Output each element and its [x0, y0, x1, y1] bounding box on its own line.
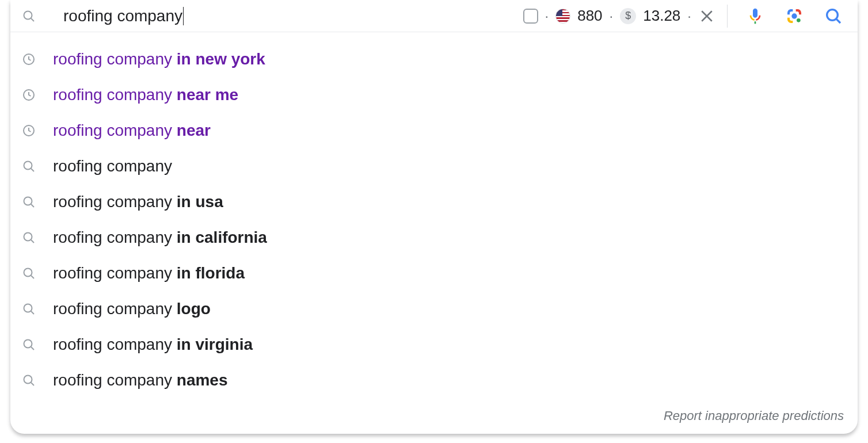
text-cursor [183, 7, 184, 25]
clock-icon [22, 124, 36, 138]
search-icon [22, 9, 36, 23]
divider [727, 5, 728, 28]
separator-dot: · [610, 8, 614, 24]
search-icon [22, 159, 36, 173]
keyword-checkbox[interactable] [523, 9, 538, 24]
suggestion-row[interactable]: roofing company [10, 148, 858, 184]
separator-dot: · [687, 8, 691, 24]
search-icon [22, 231, 36, 245]
search-icon [22, 195, 36, 209]
search-button-icon[interactable] [824, 7, 843, 25]
close-icon[interactable] [698, 7, 715, 25]
suggestion-row[interactable]: roofing company near [10, 113, 858, 148]
report-link[interactable]: Report inappropriate predictions [10, 403, 858, 434]
search-icon [22, 266, 36, 280]
svg-line-12 [31, 169, 34, 171]
suggestion-text: roofing company in virginia [53, 335, 253, 354]
suggestion-text: roofing company near me [53, 86, 238, 104]
svg-point-4 [791, 13, 797, 18]
separator-dot: · [545, 8, 549, 24]
svg-line-16 [31, 240, 34, 243]
microphone-icon[interactable] [746, 7, 764, 25]
us-flag-icon [555, 9, 570, 24]
svg-line-7 [836, 19, 840, 23]
svg-point-6 [827, 9, 838, 20]
dollar-icon: $ [620, 8, 636, 24]
svg-point-13 [24, 197, 32, 205]
suggestion-text: roofing company [53, 157, 172, 175]
suggestion-row[interactable]: roofing company in virginia [10, 327, 858, 362]
suggestion-text: roofing company in usa [53, 193, 223, 211]
svg-point-5 [797, 18, 801, 22]
svg-point-11 [24, 162, 32, 170]
suggestion-row[interactable]: roofing company in california [10, 220, 858, 255]
suggestion-text: roofing company logo [53, 300, 211, 318]
clock-icon [22, 88, 36, 102]
suggestion-row[interactable]: roofing company in new york [10, 41, 858, 77]
svg-line-1 [31, 18, 34, 21]
suggestion-row[interactable]: roofing company logo [10, 291, 858, 327]
svg-line-18 [31, 276, 34, 278]
svg-point-21 [24, 340, 32, 348]
right-controls: · 880 · $ 13.28 · [523, 5, 850, 28]
suggestion-row[interactable]: roofing company names [10, 362, 858, 398]
search-input-text[interactable]: roofing company [63, 7, 182, 25]
suggestion-text: roofing company in california [53, 228, 267, 247]
search-bar: roofing company · 880 · $ 13.28 · [10, 0, 858, 32]
suggestion-row[interactable]: roofing company in florida [10, 255, 858, 291]
suggestion-text: roofing company in new york [53, 50, 265, 68]
suggestions-list: roofing company in new yorkroofing compa… [10, 32, 858, 403]
svg-line-22 [31, 347, 34, 350]
svg-point-17 [24, 269, 32, 277]
search-icon [22, 302, 36, 316]
search-icon [22, 373, 36, 387]
search-input-wrapper[interactable]: roofing company [50, 7, 523, 25]
search-icon [22, 338, 36, 352]
suggestion-row[interactable]: roofing company near me [10, 77, 858, 113]
suggestion-row[interactable]: roofing company in usa [10, 184, 858, 220]
clock-icon [22, 52, 36, 66]
cpc-value: 13.28 [643, 7, 680, 25]
svg-line-24 [31, 383, 34, 385]
search-dropdown: roofing company · 880 · $ 13.28 · [10, 0, 858, 434]
suggestion-text: roofing company near [53, 121, 211, 140]
suggestion-text: roofing company in florida [53, 264, 245, 282]
suggestion-text: roofing company names [53, 371, 228, 389]
svg-point-15 [24, 233, 32, 241]
svg-line-20 [31, 311, 34, 314]
camera-lens-icon[interactable] [785, 7, 804, 25]
svg-point-19 [24, 304, 32, 312]
search-volume: 880 [577, 7, 602, 25]
svg-point-23 [24, 376, 32, 384]
svg-line-14 [31, 204, 34, 207]
svg-point-0 [24, 11, 32, 19]
